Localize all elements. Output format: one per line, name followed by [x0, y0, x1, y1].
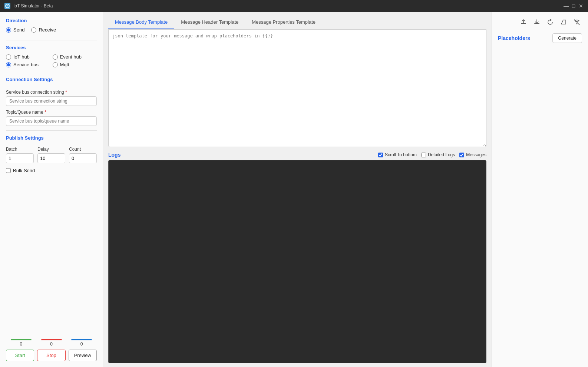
right-panel-header: Placeholders Generate: [498, 33, 582, 43]
right-panel: Placeholders Generate: [492, 12, 588, 367]
count-input[interactable]: [69, 153, 97, 163]
topic-queue-input[interactable]: [6, 116, 97, 126]
sidebar: Direction Send Receive Services IoT hub …: [0, 12, 103, 367]
service-bus-conn-input[interactable]: [6, 96, 97, 106]
center-panel: Message Body Template Message Header Tem…: [103, 12, 492, 367]
bulk-send-checkbox[interactable]: [6, 168, 11, 173]
delay-input[interactable]: [37, 153, 65, 163]
upload-icon[interactable]: [518, 17, 529, 27]
messages-check[interactable]: Messages: [459, 152, 486, 157]
bottom-stats: 0 0 0 Start Stop Preview: [6, 335, 97, 361]
logs-panel: [108, 160, 486, 363]
app-title: IoT Simulator - Beta: [13, 3, 561, 9]
bulk-send-row: Bulk Send: [6, 168, 97, 173]
close-btn[interactable]: ✕: [578, 3, 584, 9]
service-bus-radio[interactable]: [6, 62, 11, 67]
topic-queue-label: Topic/Queue name *: [6, 110, 97, 115]
stat-green-val: 0: [20, 341, 22, 347]
mqtt-radio-item[interactable]: Mqtt: [53, 62, 97, 67]
tabs: Message Body Template Message Header Tem…: [108, 16, 486, 29]
connection-settings-title: Connection Settings: [6, 77, 97, 82]
eraser-icon[interactable]: [558, 17, 569, 27]
svg-point-4: [577, 23, 578, 24]
bulk-send-label: Bulk Send: [13, 168, 35, 173]
iot-hub-radio-item[interactable]: IoT hub: [6, 54, 50, 60]
placeholders-title: Placeholders: [498, 35, 530, 41]
count-label: Count: [69, 147, 97, 152]
scroll-to-bottom-check[interactable]: Scroll To bottom: [378, 152, 417, 157]
service-bus-label: Service bus: [13, 62, 39, 67]
receive-radio[interactable]: [31, 27, 36, 33]
detailed-label: Detailed Logs: [428, 152, 455, 157]
start-button[interactable]: Start: [6, 350, 34, 361]
direction-section-title: Direction: [6, 18, 97, 23]
minimize-btn[interactable]: —: [564, 3, 569, 9]
conn-required: *: [65, 90, 67, 95]
stop-button[interactable]: Stop: [37, 350, 65, 361]
logs-title: Logs: [108, 152, 120, 158]
svg-rect-1: [521, 23, 526, 24]
mqtt-radio[interactable]: [53, 62, 58, 67]
topic-required: *: [44, 110, 46, 115]
divider-1: [6, 40, 97, 40]
publish-settings-title: Publish Settings: [6, 135, 97, 141]
logs-header: Logs Scroll To bottom Detailed Logs Mess…: [108, 152, 486, 158]
batch-label: Batch: [6, 147, 34, 152]
tab-message-body[interactable]: Message Body Template: [108, 16, 174, 29]
stat-blue-wrap: 0: [66, 339, 97, 347]
stat-blue-val: 0: [80, 341, 83, 347]
app-body: Direction Send Receive Services IoT hub …: [0, 12, 588, 367]
send-radio-item[interactable]: Send: [6, 27, 24, 33]
stat-blue-bar: [71, 339, 92, 340]
iot-hub-radio[interactable]: [6, 54, 11, 60]
tab-message-props[interactable]: Message Properties Template: [245, 16, 322, 29]
batch-input[interactable]: [6, 153, 34, 163]
iot-hub-label: IoT hub: [13, 54, 30, 60]
template-textarea[interactable]: [108, 29, 486, 147]
svg-marker-3: [561, 20, 566, 24]
app-icon: [4, 3, 10, 9]
download-icon[interactable]: [532, 17, 542, 27]
event-hub-label: Event hub: [60, 54, 82, 60]
stat-red-bar: [41, 339, 62, 340]
delay-label: Delay: [37, 147, 65, 152]
service-bus-radio-item[interactable]: Service bus: [6, 62, 50, 67]
wifi-off-icon[interactable]: [572, 17, 582, 27]
stat-red-val: 0: [50, 341, 53, 347]
direction-group: Send Receive: [6, 27, 97, 33]
receive-label: Receive: [39, 27, 56, 33]
send-label: Send: [13, 27, 24, 33]
detailed-checkbox[interactable]: [421, 153, 426, 157]
detailed-logs-check[interactable]: Detailed Logs: [421, 152, 455, 157]
send-radio[interactable]: [6, 27, 11, 33]
event-hub-radio[interactable]: [53, 54, 58, 60]
preview-button[interactable]: Preview: [69, 350, 97, 361]
window-controls: — □ ✕: [564, 3, 584, 9]
refresh-icon[interactable]: [545, 17, 555, 27]
scroll-label: Scroll To bottom: [385, 152, 417, 157]
service-bus-conn-label: Service bus connection string *: [6, 90, 97, 95]
event-hub-radio-item[interactable]: Event hub: [53, 54, 97, 60]
generate-button[interactable]: Generate: [552, 33, 582, 43]
stat-red-wrap: 0: [36, 339, 67, 347]
template-area: [108, 29, 486, 148]
messages-label: Messages: [466, 152, 486, 157]
logs-controls: Scroll To bottom Detailed Logs Messages: [378, 152, 486, 157]
action-buttons: Start Stop Preview: [6, 350, 97, 361]
svg-point-0: [6, 4, 9, 8]
divider-3: [6, 130, 97, 131]
stat-green-wrap: 0: [6, 339, 36, 347]
publish-row: Batch Delay Count: [6, 147, 97, 163]
services-section-title: Services: [6, 45, 97, 50]
stat-bars: 0 0 0: [6, 339, 97, 347]
tab-message-header[interactable]: Message Header Template: [174, 16, 245, 29]
messages-checkbox[interactable]: [459, 153, 464, 157]
delay-field: Delay: [37, 147, 65, 163]
divider-2: [6, 72, 97, 72]
mqtt-label: Mqtt: [60, 62, 69, 67]
batch-field: Batch: [6, 147, 34, 163]
stat-green-bar: [11, 339, 32, 340]
scroll-checkbox[interactable]: [378, 153, 383, 157]
receive-radio-item[interactable]: Receive: [31, 27, 56, 33]
maximize-btn[interactable]: □: [571, 3, 576, 9]
